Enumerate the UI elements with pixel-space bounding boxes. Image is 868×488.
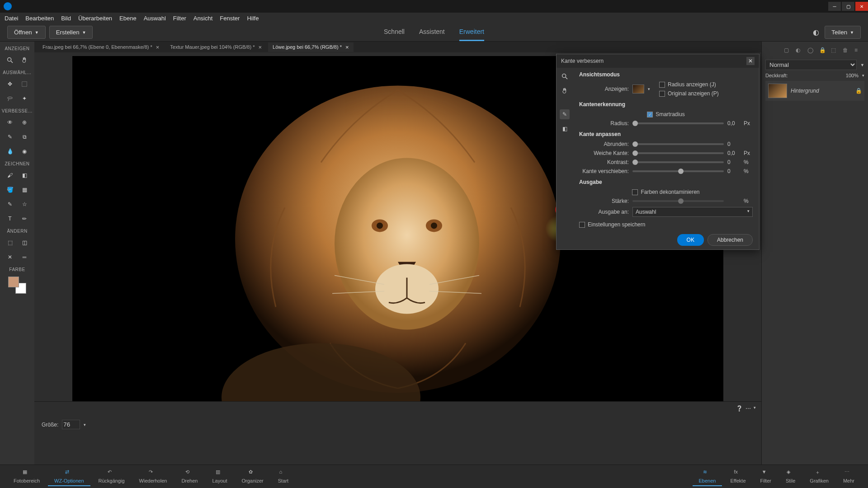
dialog-titlebar[interactable]: Kante verbessern ✕ [557, 54, 759, 68]
menu-auswahl[interactable]: Auswahl [144, 15, 166, 22]
magic-wand-tool[interactable]: ✦ [18, 92, 31, 105]
bucket-tool[interactable]: 🪣 [4, 183, 16, 196]
chevron-down-icon[interactable]: ▾ [84, 422, 86, 427]
bb-rueckgaengig[interactable]: ↶Rückgängig [92, 467, 131, 486]
lock-icon[interactable]: 🔒 [819, 47, 827, 55]
bb-ebenen[interactable]: ≋Ebenen [693, 467, 722, 486]
lasso-tool[interactable] [4, 92, 16, 105]
abrunden-value[interactable]: 0 [727, 141, 740, 147]
panel-menu-icon[interactable]: ≡ [854, 47, 863, 55]
staerke-slider[interactable] [632, 200, 724, 202]
content-move-tool[interactable]: ✕ [4, 251, 16, 263]
clone-tool[interactable]: ⧉ [18, 131, 31, 143]
chevron-down-icon[interactable]: ▾ [862, 73, 864, 78]
menu-bearbeiten[interactable]: Bearbeiten [25, 15, 54, 22]
red-eye-tool[interactable]: 👁 [4, 116, 16, 129]
menu-ueberarbeiten[interactable]: Überarbeiten [78, 15, 112, 22]
bb-effekte[interactable]: fxEffekte [724, 467, 752, 486]
cancel-button[interactable]: Abbrechen [708, 234, 753, 246]
fx-icon[interactable]: ⬚ [831, 47, 839, 55]
hand-tool-icon[interactable] [560, 86, 570, 96]
foreground-color[interactable] [8, 277, 19, 287]
trash-icon[interactable]: 🗑 [843, 47, 851, 55]
layer-row[interactable]: Hintergrund 🔒 [765, 81, 864, 101]
menu-ebene[interactable]: Ebene [119, 15, 137, 22]
crop-tool[interactable]: ⬚ [4, 236, 16, 249]
doc-tab-2[interactable]: Löwe.jpeg bei 66,7% (RGB/8) * × [268, 42, 353, 52]
hand-tool[interactable] [18, 54, 31, 66]
theme-toggle-icon[interactable]: ◐ [813, 28, 819, 37]
menu-hilfe[interactable]: Hilfe [247, 15, 259, 22]
ok-button[interactable]: OK [677, 234, 704, 246]
create-button[interactable]: Erstellen ▼ [49, 26, 93, 39]
eyedropper-tool[interactable]: ✎ [4, 198, 16, 211]
zoom-tool-icon[interactable] [560, 71, 570, 81]
original-anzeigen-checkbox[interactable]: Original anzeigen (P) [659, 90, 719, 97]
close-window-button[interactable]: ✕ [855, 2, 868, 11]
speichern-checkbox[interactable]: Einstellungen speichern [579, 221, 645, 228]
bb-grafiken[interactable]: ＋Grafiken [803, 467, 835, 486]
gradient-tool[interactable]: ▦ [18, 183, 31, 196]
blur-tool[interactable]: 💧 [4, 145, 16, 158]
radius-value[interactable]: 0,0 [727, 120, 740, 127]
chevron-down-icon[interactable]: ▾ [754, 405, 756, 412]
maximize-button[interactable]: ▢ [842, 2, 854, 11]
bb-stile[interactable]: ◈Stile [779, 467, 802, 486]
menu-ansicht[interactable]: Ansicht [193, 15, 213, 22]
dekontaminieren-checkbox[interactable]: Farben dekontaminieren [632, 189, 699, 195]
kontrast-slider[interactable] [632, 161, 724, 163]
weiche-kante-slider[interactable] [632, 152, 724, 154]
bb-layout[interactable]: ▥Layout [206, 467, 233, 486]
kante-verschieben-slider[interactable] [632, 170, 724, 172]
bb-drehen[interactable]: ⟲Drehen [175, 467, 204, 486]
open-button[interactable]: Öffnen ▼ [7, 26, 46, 39]
move-tool[interactable]: ✥ [4, 78, 16, 90]
new-layer-icon[interactable]: ▢ [784, 47, 792, 55]
text-tool[interactable]: T [4, 212, 16, 225]
bb-start[interactable]: ⌂Start [272, 467, 295, 486]
opacity-value[interactable]: 100% [846, 73, 859, 78]
doc-tab-1[interactable]: Textur Mauer.jpeg bei 104% (RGB/8) * × [165, 42, 266, 52]
mask-icon[interactable]: ◯ [807, 47, 816, 55]
smartradius-checkbox[interactable]: ✓ Smartradius [647, 111, 685, 117]
pencil-tool[interactable]: ✏ [18, 212, 31, 225]
chevron-down-icon[interactable]: ▾ [648, 87, 650, 91]
ausgabe-select[interactable]: Auswahl ▾ [632, 207, 753, 217]
tab-erweitert[interactable]: Erweitert [459, 23, 484, 41]
zoom-tool[interactable] [4, 54, 16, 66]
bb-filter[interactable]: ▼Filter [754, 467, 778, 486]
shape-tool[interactable]: ☆ [18, 198, 31, 211]
size-input[interactable] [62, 420, 80, 429]
menu-bild[interactable]: Bild [61, 15, 71, 22]
more-icon[interactable]: ⋯ [745, 405, 751, 412]
brush-tool[interactable]: 🖌 [4, 169, 16, 182]
smart-brush-tool[interactable]: ✎ [4, 131, 16, 143]
close-icon[interactable]: × [258, 44, 262, 51]
tab-assistent[interactable]: Assistent [419, 23, 445, 41]
bb-wz-optionen[interactable]: ⇄WZ-Optionen [48, 467, 90, 486]
radius-slider[interactable] [632, 122, 724, 124]
kontrast-value[interactable]: 0 [727, 159, 740, 165]
menu-fenster[interactable]: Fenster [220, 15, 240, 22]
color-swatches[interactable] [8, 277, 26, 294]
eraser-tool[interactable]: ◧ [18, 169, 31, 182]
erase-refine-tool-icon[interactable]: ◧ [560, 124, 570, 134]
sponge-tool[interactable]: ◉ [18, 145, 31, 158]
bb-wiederholen[interactable]: ↷Wiederholen [133, 467, 174, 486]
straighten-tool[interactable]: ═ [18, 251, 31, 263]
bb-mehr[interactable]: ⋯Mehr [837, 467, 861, 486]
refine-brush-tool-icon[interactable]: ✎ [560, 109, 570, 119]
bb-fotobereich[interactable]: ▦Fotobereich [7, 467, 46, 486]
menu-filter[interactable]: Filter [173, 15, 186, 22]
spot-heal-tool[interactable]: ⊕ [18, 116, 31, 129]
weiche-kante-value[interactable]: 0,0 [727, 150, 740, 156]
minimize-button[interactable]: ─ [828, 2, 841, 11]
view-mode-thumbnail[interactable] [632, 84, 644, 94]
blend-mode-select[interactable]: Normal [765, 60, 857, 70]
radius-anzeigen-checkbox[interactable]: Radius anzeigen (J) [659, 81, 719, 88]
adjustment-icon[interactable]: ◐ [796, 47, 804, 55]
recompose-tool[interactable]: ◫ [18, 236, 31, 249]
menu-datei[interactable]: Datei [5, 15, 18, 22]
kante-verschieben-value[interactable]: 0 [727, 168, 740, 174]
close-icon[interactable]: × [156, 44, 160, 51]
